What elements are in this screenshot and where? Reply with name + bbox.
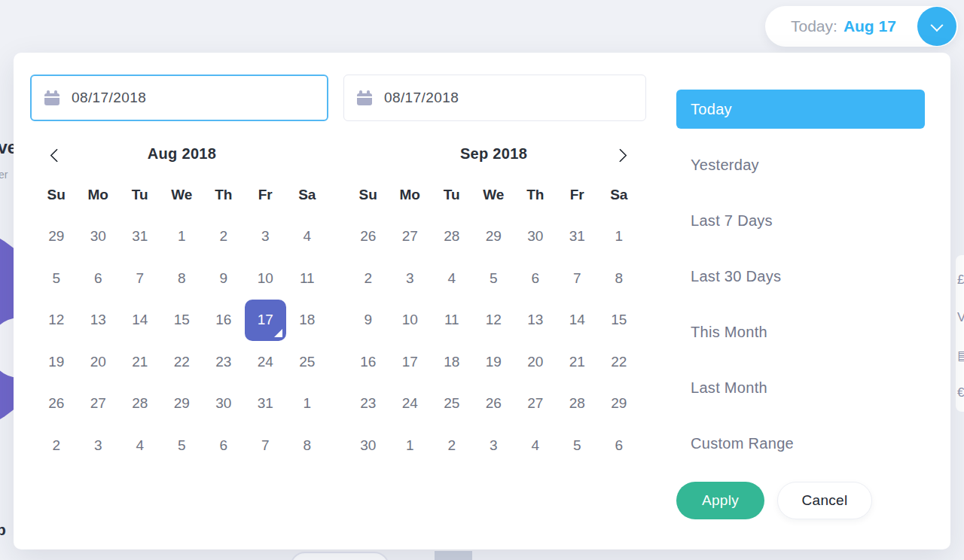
calendar-day[interactable]: 2 [35, 425, 78, 467]
calendar-day[interactable]: 30 [78, 216, 120, 258]
calendar-day[interactable]: 5 [473, 257, 515, 300]
preset-last-7-days[interactable]: Last 7 Days [676, 201, 925, 240]
calendar-day[interactable]: 7 [245, 425, 287, 467]
calendar-day[interactable]: 29 [598, 383, 640, 425]
calendar-day[interactable]: 24 [389, 383, 432, 425]
calendar-day[interactable]: 6 [598, 425, 640, 467]
calendar-day[interactable]: 4 [431, 257, 473, 300]
calendar-day[interactable]: 10 [389, 300, 432, 342]
calendar-day[interactable]: 14 [557, 300, 599, 342]
calendar-day[interactable]: 2 [431, 425, 473, 467]
calendar-day[interactable]: 7 [557, 257, 599, 300]
calendar-day[interactable]: 28 [557, 383, 599, 425]
calendar-day[interactable]: 5 [161, 425, 203, 467]
calendar-day[interactable]: 23 [347, 383, 389, 425]
calendar-day[interactable]: 8 [598, 257, 640, 300]
calendar-day[interactable]: 12 [35, 300, 78, 342]
preset-yesterday[interactable]: Yesterday [676, 145, 925, 184]
calendar-day[interactable]: 6 [78, 257, 120, 300]
calendar-day[interactable]: 17 [389, 341, 432, 383]
calendar-day[interactable]: 18 [431, 341, 473, 383]
calendar-day[interactable]: 26 [473, 383, 515, 425]
calendar-day[interactable]: 3 [245, 216, 287, 258]
apply-button[interactable]: Apply [676, 482, 764, 519]
calendar-day[interactable]: 8 [161, 257, 203, 300]
calendar-day[interactable]: 10 [245, 257, 287, 300]
calendar-day[interactable]: 25 [286, 341, 328, 383]
calendar-day[interactable]: 22 [161, 341, 203, 383]
calendar-day[interactable]: 27 [514, 383, 557, 425]
calendar-day[interactable]: 13 [514, 300, 557, 342]
calendar-day[interactable]: 2 [347, 257, 389, 300]
start-date-input[interactable]: 08/17/2018 [30, 75, 328, 121]
calendar-day[interactable]: 1 [161, 216, 203, 258]
calendar-day[interactable]: 31 [557, 216, 599, 258]
calendar-day[interactable]: 15 [161, 300, 203, 342]
calendar-day[interactable]: 7 [119, 257, 161, 300]
calendar-day[interactable]: 1 [598, 216, 640, 258]
date-picker-toggle-button[interactable] [917, 7, 956, 46]
calendar-day[interactable]: 20 [78, 341, 120, 383]
calendar-day[interactable]: 22 [598, 341, 640, 383]
calendar-day[interactable]: 1 [389, 425, 432, 467]
preset-last-30-days[interactable]: Last 30 Days [676, 257, 925, 296]
calendar-day[interactable]: 30 [514, 216, 557, 258]
calendar-day[interactable]: 27 [78, 383, 120, 425]
calendar-day[interactable]: 21 [119, 341, 161, 383]
calendar-day[interactable]: 19 [35, 341, 78, 383]
calendar-day[interactable]: 3 [389, 257, 432, 300]
date-summary-pill: Today: Aug 17 [765, 6, 958, 47]
calendar-day[interactable]: 30 [203, 383, 245, 425]
calendar-day[interactable]: 16 [203, 300, 245, 342]
calendar-day[interactable]: 18 [286, 300, 328, 342]
calendar-day[interactable]: 15 [598, 300, 640, 342]
calendar-day[interactable]: 4 [286, 216, 328, 258]
calendar-day[interactable]: 28 [119, 383, 161, 425]
calendar-day[interactable]: 6 [203, 425, 245, 467]
preset-last-month[interactable]: Last Month [676, 368, 925, 407]
calendar-day[interactable]: 3 [78, 425, 120, 467]
calendar-day[interactable]: 31 [119, 216, 161, 258]
preset-today[interactable]: Today [676, 90, 925, 129]
calendar-day[interactable]: 9 [347, 300, 389, 342]
edge-icon: ▤ [956, 336, 964, 374]
calendar-day[interactable]: 24 [245, 341, 287, 383]
end-date-input[interactable]: 08/17/2018 [343, 75, 646, 121]
calendar-day[interactable]: 3 [473, 425, 515, 467]
calendar-day[interactable]: 27 [389, 216, 432, 258]
calendar-day[interactable]: 25 [431, 383, 473, 425]
calendar-day[interactable]: 16 [347, 341, 389, 383]
calendar-day[interactable]: 26 [347, 216, 389, 258]
calendar-day[interactable]: 11 [286, 257, 328, 300]
calendar-day[interactable]: 26 [35, 383, 78, 425]
calendar-day[interactable]: 13 [78, 300, 120, 342]
calendar-day[interactable]: 20 [514, 341, 557, 383]
calendar-day-selected[interactable]: 17 [245, 300, 287, 342]
calendar-day[interactable]: 6 [514, 257, 557, 300]
calendar-day[interactable]: 28 [431, 216, 473, 258]
calendar-day[interactable]: 30 [347, 425, 389, 467]
cancel-button[interactable]: Cancel [777, 482, 872, 519]
calendar-day[interactable]: 23 [203, 341, 245, 383]
calendar-day[interactable]: 11 [431, 300, 473, 342]
calendar-day[interactable]: 5 [35, 257, 78, 300]
calendar-day[interactable]: 29 [161, 383, 203, 425]
calendar-day[interactable]: 21 [557, 341, 599, 383]
preset-custom-range[interactable]: Custom Range [676, 424, 925, 463]
calendar-day[interactable]: 19 [473, 341, 515, 383]
background-button-fragment [290, 552, 389, 560]
calendar-day[interactable]: 29 [473, 216, 515, 258]
calendar-day[interactable]: 4 [514, 425, 557, 467]
calendar-day[interactable]: 12 [473, 300, 515, 342]
calendar-day[interactable]: 4 [119, 425, 161, 467]
month-title: Aug 2018 [35, 137, 328, 170]
calendar-day[interactable]: 14 [119, 300, 161, 342]
calendar-day[interactable]: 1 [286, 383, 328, 425]
calendar-day[interactable]: 9 [203, 257, 245, 300]
calendar-day[interactable]: 31 [245, 383, 287, 425]
calendar-day[interactable]: 5 [557, 425, 599, 467]
calendar-day[interactable]: 2 [203, 216, 245, 258]
preset-this-month[interactable]: This Month [676, 312, 925, 352]
calendar-day[interactable]: 29 [35, 216, 78, 258]
calendar-day[interactable]: 8 [286, 425, 328, 467]
